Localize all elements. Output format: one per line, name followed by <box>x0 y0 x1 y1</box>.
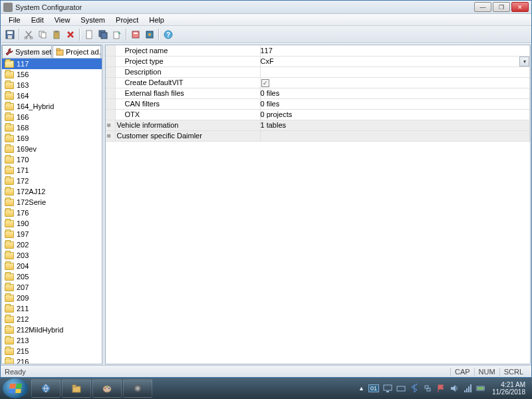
keyboard-icon[interactable] <box>396 384 406 393</box>
start-button[interactable] <box>3 378 28 398</box>
property-grid: Project name 117 Project type CxF ▾ Desc… <box>106 45 530 142</box>
dropdown-arrow-icon[interactable]: ▾ <box>519 57 529 66</box>
tree-item-label: 163 <box>17 81 29 89</box>
module-button[interactable] <box>143 28 156 41</box>
folder-icon <box>5 241 14 249</box>
wifi-icon[interactable] <box>463 384 472 393</box>
maximize-button[interactable]: ❐ <box>493 2 510 12</box>
project-tree[interactable]: 117156163164164_Hybrid166168169169ev1701… <box>2 59 102 364</box>
tree-item[interactable]: 172AJ12 <box>2 186 102 197</box>
network-icon[interactable] <box>423 384 432 393</box>
prop-row-can-filters[interactable]: CAN filters 0 files <box>106 98 530 109</box>
tree-item[interactable]: 164_Hybrid <box>2 101 102 112</box>
svg-rect-14 <box>134 33 138 34</box>
minimize-button[interactable]: — <box>474 2 491 12</box>
monitor-icon[interactable] <box>383 384 392 393</box>
tree-item[interactable]: 117 <box>2 59 102 69</box>
new-button[interactable] <box>82 28 96 41</box>
prop-row-description[interactable]: Description <box>106 66 530 77</box>
tree-item[interactable]: 215 <box>2 346 102 356</box>
paste-button[interactable] <box>50 28 63 41</box>
tree-item[interactable]: 164 <box>2 90 102 101</box>
close-button[interactable]: ✕ <box>511 2 529 12</box>
tree-item-label: 164 <box>17 92 29 100</box>
tree-item[interactable]: 176 <box>2 207 102 218</box>
save-all-button[interactable] <box>96 28 110 41</box>
prop-row-otx[interactable]: OTX 0 projects <box>106 109 530 120</box>
tree-item[interactable]: 203 <box>2 250 102 261</box>
tree-item[interactable]: 169 <box>2 133 102 144</box>
prop-row-vehicle-info[interactable]: ⊞ Vehicle information 1 tables <box>106 120 530 130</box>
properties-button[interactable] <box>129 28 142 41</box>
tree-item[interactable]: 169ev <box>2 144 102 154</box>
tab-project-admin[interactable]: Project ad... <box>53 45 101 58</box>
menu-edit[interactable]: Edit <box>26 15 49 25</box>
save-button[interactable] <box>3 28 17 41</box>
battery-icon[interactable] <box>476 384 485 393</box>
prop-value[interactable]: 117 <box>261 47 273 55</box>
expand-icon[interactable]: ⊞ <box>106 120 115 130</box>
tree-item[interactable]: 204 <box>2 261 102 271</box>
prop-row-project-name[interactable]: Project name 117 <box>106 45 530 56</box>
prop-label: Create DefaultVIT <box>125 78 184 86</box>
tree-item[interactable]: 172Serie <box>2 197 102 207</box>
tree-item[interactable]: 170 <box>2 154 102 165</box>
task-configurator[interactable] <box>123 379 152 398</box>
tree-item[interactable]: 216 <box>2 356 102 364</box>
tree-item[interactable]: 202 <box>2 239 102 250</box>
tree-item[interactable]: 190 <box>2 218 102 229</box>
prop-row-project-type[interactable]: Project type CxF ▾ <box>106 56 530 66</box>
task-explorer[interactable] <box>62 379 91 398</box>
prop-row-external-flash[interactable]: External flash files 0 files <box>106 88 530 98</box>
prop-value[interactable]: 0 files <box>261 89 280 97</box>
prop-value[interactable]: CxF <box>261 57 274 65</box>
tree-item[interactable]: 163 <box>2 80 102 90</box>
tree-item[interactable]: 212 <box>2 314 102 325</box>
tree-item[interactable]: 197 <box>2 229 102 239</box>
tree-item[interactable]: 168 <box>2 122 102 133</box>
menu-project[interactable]: Project <box>110 15 144 25</box>
prop-label: OTX <box>125 110 140 118</box>
cut-button[interactable] <box>22 28 35 41</box>
menubar: File Edit View System Project Help <box>1 14 531 26</box>
tree-item[interactable]: 166 <box>2 112 102 122</box>
menu-file[interactable]: File <box>3 15 26 25</box>
prop-row-customer[interactable]: ⊞ Customer specific Daimler <box>106 130 530 141</box>
prop-value[interactable]: 0 projects <box>261 110 293 118</box>
tree-item[interactable]: 172 <box>2 176 102 186</box>
titlebar[interactable]: System Configurator — ❐ ✕ <box>1 1 531 14</box>
folder-icon <box>5 284 14 291</box>
tree-item[interactable]: 212MildHybrid <box>2 325 102 335</box>
system-tray[interactable]: ▲ 01 4:21 AM 11/26/2018 <box>354 381 532 396</box>
tray-clock[interactable]: 4:21 AM 11/26/2018 <box>489 381 528 396</box>
task-ie[interactable] <box>31 379 61 398</box>
tree-item[interactable]: 213 <box>2 335 102 346</box>
tree-item[interactable]: 211 <box>2 303 102 314</box>
copy-button[interactable] <box>36 28 49 41</box>
prop-row-create-default-vit[interactable]: Create DefaultVIT ✓ <box>106 77 530 88</box>
delete-button[interactable] <box>64 28 77 41</box>
explorer-icon <box>72 384 81 393</box>
tree-item[interactable]: 207 <box>2 282 102 293</box>
tree-item[interactable]: 205 <box>2 271 102 282</box>
tab-system-settings[interactable]: System sett... <box>2 45 52 58</box>
expand-icon[interactable]: ⊞ <box>106 130 115 141</box>
task-paint[interactable] <box>92 379 122 398</box>
flag-icon[interactable] <box>436 384 446 393</box>
menu-view[interactable]: View <box>49 15 76 25</box>
tree-item[interactable]: 156 <box>2 69 102 80</box>
bluetooth-icon[interactable] <box>410 384 419 393</box>
prop-value[interactable]: 0 files <box>261 100 280 108</box>
tray-arrow-icon[interactable]: ▲ <box>358 385 364 392</box>
volume-icon[interactable] <box>450 384 459 393</box>
tree-item[interactable]: 209 <box>2 293 102 303</box>
menu-help[interactable]: Help <box>144 15 170 25</box>
help-button[interactable]: ? <box>162 28 175 41</box>
tree-item-label: 197 <box>17 230 29 238</box>
export-button[interactable] <box>110 28 124 41</box>
menu-system[interactable]: System <box>75 15 110 25</box>
properties-icon <box>131 30 140 39</box>
tray-lang[interactable]: 01 <box>368 384 379 392</box>
checkbox[interactable]: ✓ <box>261 79 269 87</box>
tree-item[interactable]: 171 <box>2 165 102 176</box>
